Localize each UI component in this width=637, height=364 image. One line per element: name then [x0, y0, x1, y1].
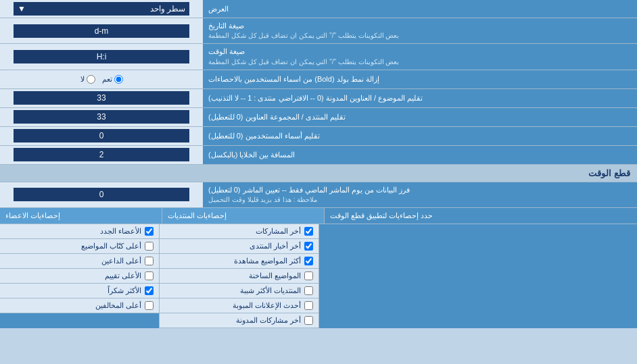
cutoff-sub-label: ملاحظة : هذا قد يزيد قليلا وقت التحميل: [208, 195, 317, 205]
stats-col1: أخر المشاركات أخر أخبار المنتدى أكثر الم…: [159, 224, 318, 328]
stats-col2-item-2-checkbox[interactable]: [145, 257, 154, 265]
date-format-sub-label: بعض التكوينات يتطلب "/" التي يمكن ان تضا…: [208, 31, 399, 41]
forum-titles-label: تقليم المنتدى / المجموعة العناوين (0 للت…: [203, 108, 637, 126]
stats-col2-item-5-label: أعلى المخالفين: [5, 301, 141, 310]
list-item: أخر المشاركات: [160, 224, 318, 239]
usernames-input[interactable]: [14, 129, 189, 142]
header-label: العرض: [203, 0, 637, 18]
time-format-input[interactable]: [14, 50, 189, 63]
forum-titles-input[interactable]: [14, 110, 189, 124]
stats-col2-item-5-checkbox[interactable]: [145, 301, 154, 310]
forum-titles-input-cell: [0, 108, 203, 126]
topic-titles-label: تقليم الموضوع / العناوين المدونة (0 -- ا…: [203, 89, 637, 107]
date-format-label: صيغة التاريخ بعض التكوينات يتطلب "/" الت…: [203, 18, 637, 43]
bold-remove-label: إزالة نمط بولد (Bold) من اسماء المستخدمي…: [203, 70, 637, 88]
stats-col2-item-4-checkbox[interactable]: [145, 286, 154, 295]
list-item: أعلى الداعين: [0, 254, 159, 269]
bold-radio-yes-label[interactable]: تعم: [102, 75, 123, 84]
stats-col1-item-1-checkbox[interactable]: [304, 242, 313, 251]
stats-header-row: حدد إحصاءيات لتطبيق قطع الوقت إحصاءيات ا…: [0, 208, 637, 224]
stats-col2-item-4-label: الأكثر شكراً: [5, 286, 141, 295]
cutoff-row: فرز البيانات من يوم الماشر الماضي فقط --…: [0, 182, 637, 208]
stats-col2-item-1-label: أعلى كتّاب المواضيع: [5, 242, 141, 251]
cutoff-header: قطع الوقت: [0, 165, 637, 182]
list-item: الأكثر شكراً: [0, 284, 159, 298]
date-format-input-cell: [0, 18, 203, 43]
stats-apply-label: حدد إحصاءيات لتطبيق قطع الوقت: [330, 211, 433, 220]
time-format-sub-label: بعض التكوينات يتطلب "/" التي يمكن ان تضا…: [208, 57, 399, 67]
list-item: أكثر المواضيع مشاهدة: [160, 254, 318, 269]
bold-radio-yes[interactable]: [114, 75, 123, 84]
stats-col1-item-3-label: المواضيع الساخنة: [165, 271, 301, 280]
bold-radio-group: تعم لا: [80, 75, 123, 84]
header-input-cell: سطر واحد ▼: [0, 0, 203, 18]
topic-titles-input-cell: [0, 89, 203, 107]
stats-col1-item-4-label: المنتديات الأكثر شببة: [165, 286, 301, 295]
time-format-main-label: صيغة الوقت: [208, 47, 245, 57]
stats-col1-item-1-label: أخر أخبار المنتدى: [165, 242, 301, 251]
stats-col2-item-2-label: أعلى الداعين: [5, 257, 141, 265]
bold-remove-main-label: إزالة نمط بولد (Bold) من اسماء المستخدمي…: [208, 74, 379, 84]
list-item: أخر أخبار المنتدى: [160, 239, 318, 254]
bold-radio-no-label[interactable]: لا: [80, 75, 95, 84]
stats-col1-item-0-checkbox[interactable]: [304, 227, 313, 236]
stats-col1-item-4-checkbox[interactable]: [304, 286, 313, 295]
header-label-text: العرض: [208, 5, 229, 14]
date-format-input[interactable]: [14, 24, 189, 38]
stats-col1-item-5-label: أحدث الإعلانات المبوبة: [165, 301, 301, 310]
stats-col2-header: إحصاءيات الاعضاء: [0, 208, 162, 224]
stats-col1-header-text: إحصاءيات المنتديات: [168, 211, 227, 220]
cell-spacing-input[interactable]: [14, 148, 189, 161]
stats-body: أخر المشاركات أخر أخبار المنتدى أكثر الم…: [0, 224, 637, 328]
stats-col1-item-6-checkbox[interactable]: [304, 316, 313, 325]
stats-col2-item-0-checkbox[interactable]: [145, 227, 154, 236]
bold-radio-no-text: لا: [80, 75, 85, 84]
stats-apply-cell: حدد إحصاءيات لتطبيق قطع الوقت: [324, 208, 637, 224]
stats-col1-item-2-label: أكثر المواضيع مشاهدة: [165, 257, 301, 265]
cell-spacing-main-label: المسافة بين الخلايا (بالبكسل): [208, 150, 296, 160]
header-row: العرض سطر واحد ▼: [0, 0, 637, 18]
stats-col2-item-1-checkbox[interactable]: [145, 242, 154, 251]
cell-spacing-row: المسافة بين الخلايا (بالبكسل): [0, 146, 637, 165]
list-item: أخر مشاركات المدونة: [160, 313, 318, 328]
bold-remove-row: إزالة نمط بولد (Bold) من اسماء المستخدمي…: [0, 70, 637, 89]
stats-section: حدد إحصاءيات لتطبيق قطع الوقت إحصاءيات ا…: [0, 208, 637, 328]
stats-col1-header: إحصاءيات المنتديات: [162, 208, 324, 224]
cutoff-main-label: فرز البيانات من يوم الماشر الماضي فقط --…: [208, 185, 410, 195]
bold-radio-yes-text: تعم: [102, 75, 112, 84]
list-item: المواضيع الساخنة: [160, 269, 318, 284]
time-format-label: صيغة الوقت بعض التكوينات يتطلب "/" التي …: [203, 44, 637, 69]
topic-titles-main-label: تقليم الموضوع / العناوين المدونة (0 -- ا…: [208, 93, 423, 103]
list-item: الأعلى تقييم: [0, 269, 159, 284]
bold-remove-input-cell: تعم لا: [0, 70, 203, 88]
stats-col2: الأعضاء الجدد أعلى كتّاب المواضيع أعلى ا…: [0, 224, 159, 328]
cell-spacing-label: المسافة بين الخلايا (بالبكسل): [203, 146, 637, 164]
stats-col1-item-0-label: أخر المشاركات: [165, 227, 301, 236]
forum-titles-row: تقليم المنتدى / المجموعة العناوين (0 للت…: [0, 108, 637, 127]
date-format-row: صيغة التاريخ بعض التكوينات يتطلب "/" الت…: [0, 18, 637, 44]
stats-col2-header-text: إحصاءيات الاعضاء: [5, 211, 60, 220]
cutoff-input-cell: [0, 182, 203, 207]
stats-col1-item-2-checkbox[interactable]: [304, 257, 313, 265]
stats-col1-item-5-checkbox[interactable]: [304, 301, 313, 310]
forum-titles-main-label: تقليم المنتدى / المجموعة العناوين (0 للت…: [208, 112, 346, 122]
bold-radio-no[interactable]: [87, 75, 95, 84]
list-item: الأعضاء الجدد: [0, 224, 159, 239]
list-item: أعلى كتّاب المواضيع: [0, 239, 159, 254]
chevron-down-icon: ▼: [18, 4, 26, 14]
list-item: المنتديات الأكثر شببة: [160, 284, 318, 298]
stats-col2-item-3-checkbox[interactable]: [145, 271, 154, 280]
usernames-label: تقليم أسماء المستخدمين (0 للتعطيل): [203, 127, 637, 145]
usernames-main-label: تقليم أسماء المستخدمين (0 للتعطيل): [208, 131, 320, 141]
usernames-input-cell: [0, 127, 203, 145]
cutoff-header-text: قطع الوقت: [588, 168, 630, 178]
cutoff-label: فرز البيانات من يوم الماشر الماضي فقط --…: [203, 182, 637, 207]
stats-col1-item-3-checkbox[interactable]: [304, 271, 313, 280]
cutoff-input[interactable]: [14, 188, 189, 201]
time-format-input-cell: [0, 44, 203, 69]
topic-titles-input[interactable]: [14, 91, 189, 105]
stats-col2-item-0-label: الأعضاء الجدد: [5, 227, 141, 236]
display-dropdown[interactable]: سطر واحد ▼: [14, 2, 189, 16]
usernames-row: تقليم أسماء المستخدمين (0 للتعطيل): [0, 127, 637, 146]
list-item: أعلى المخالفين: [0, 298, 159, 313]
